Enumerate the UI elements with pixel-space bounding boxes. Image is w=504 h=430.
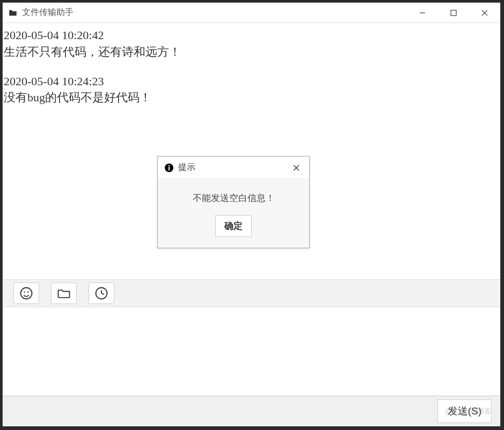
message-block: 2020-05-04 10:20:42 生活不只有代码，还有诗和远方！	[4, 27, 499, 61]
maximize-button[interactable]	[438, 3, 469, 23]
clock-icon	[94, 286, 109, 301]
dialog-header: 提示	[158, 157, 309, 179]
dialog-close-button[interactable]	[290, 161, 303, 174]
minimize-button[interactable]	[407, 3, 438, 23]
svg-rect-9	[169, 165, 170, 166]
message-input[interactable]	[3, 307, 500, 396]
send-button[interactable]: 发送(S)	[437, 399, 492, 423]
dialog-body: 不能发送空白信息！ 确定	[158, 179, 309, 248]
input-toolbar	[3, 279, 500, 307]
history-button[interactable]	[89, 283, 114, 304]
folder-icon	[56, 286, 71, 301]
folder-icon	[8, 8, 18, 18]
info-icon	[164, 163, 174, 173]
svg-rect-10	[169, 167, 170, 170]
emoji-button[interactable]	[13, 283, 39, 304]
chat-window: 文件传输助手 2020-05-04 10:20:42 生活不只有代码，还有诗和远…	[2, 2, 501, 427]
svg-point-5	[24, 292, 25, 293]
window-title: 文件传输助手	[22, 7, 407, 18]
dialog-ok-button[interactable]: 确定	[215, 215, 252, 237]
message-timestamp: 2020-05-04 10:20:42	[4, 27, 499, 44]
emoji-icon	[19, 286, 34, 301]
titlebar: 文件传输助手	[3, 3, 500, 23]
svg-point-4	[21, 288, 32, 299]
dialog-message: 不能发送空白信息！	[164, 192, 303, 204]
message-block: 2020-05-04 10:24:23 没有bug的代码不是好代码！	[4, 73, 499, 107]
svg-rect-1	[451, 10, 456, 16]
message-text: 生活不只有代码，还有诗和远方！	[4, 44, 499, 61]
send-bar: 发送(S)	[3, 396, 500, 426]
message-timestamp: 2020-05-04 10:24:23	[4, 73, 499, 90]
window-controls	[407, 3, 500, 23]
close-button[interactable]	[469, 3, 500, 23]
dialog-title: 提示	[178, 162, 290, 173]
message-text: 没有bug的代码不是好代码！	[4, 90, 499, 106]
file-button[interactable]	[51, 283, 77, 304]
alert-dialog: 提示 不能发送空白信息！ 确定	[157, 156, 310, 248]
svg-point-6	[27, 292, 28, 293]
close-icon	[293, 164, 300, 172]
